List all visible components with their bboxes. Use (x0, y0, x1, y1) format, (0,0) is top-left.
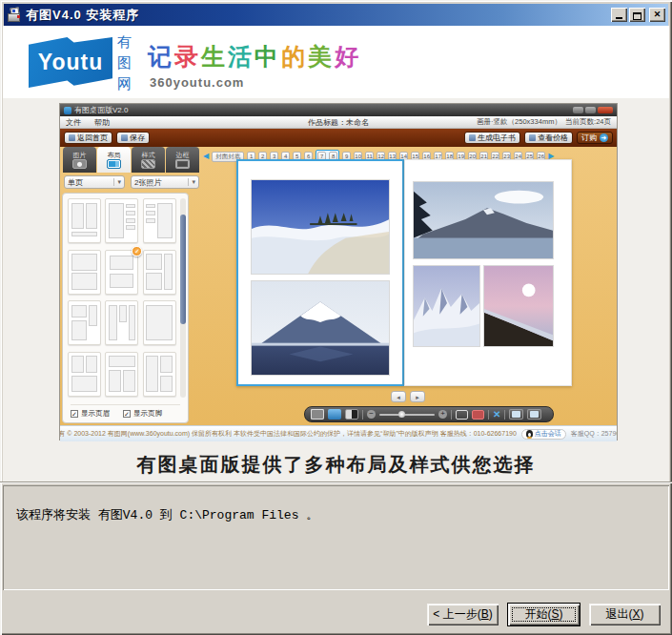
tab-layout: 布局 (97, 147, 131, 173)
camera-icon (72, 159, 87, 169)
feature-caption: 有图桌面版提供了多种布局及样式供您选择 (3, 452, 669, 478)
slogan-char: 好 (335, 43, 361, 70)
save-button: 保存 (116, 132, 150, 144)
layout-thumb (143, 352, 176, 397)
strip-left-arrow-icon: ◀ (203, 152, 209, 161)
youtu-app-icon (64, 107, 71, 114)
zoom-out-icon: − (367, 410, 376, 419)
sidebar-tabs: 图片 布局 样式 边框 (63, 147, 199, 173)
view-toolbar: − + ✕ (304, 406, 554, 422)
layout-thumb (105, 300, 138, 345)
photo-tool-icon (509, 409, 523, 420)
exit-button[interactable]: 退出(X) (589, 604, 661, 625)
show-footer-checkbox: ✓显示页脚 (123, 409, 162, 419)
checkbox-icon: ✓ (71, 410, 78, 418)
screenshot-title-bar: 有图桌面版V2.0 (60, 104, 617, 116)
show-header-checkbox: ✓显示页眉 (71, 409, 110, 419)
photo-add-icon (527, 409, 541, 420)
qq-number-text: 客服QQ：2579629763 (571, 429, 617, 439)
bleed-area-icon (472, 410, 484, 420)
menu-help: 帮助 (94, 117, 110, 128)
back-button[interactable]: < 上一步(B) (427, 604, 499, 625)
logo-vertical-char: 图 (117, 52, 132, 72)
book-spread (236, 159, 572, 386)
close-button[interactable]: ✕ (649, 8, 665, 22)
panel-display-options: ✓显示页眉 ✓显示页脚 (71, 404, 180, 419)
home-button: 返回首页 (64, 132, 112, 144)
order-button: 订购➜ (577, 132, 613, 144)
tab-style: 样式 (132, 147, 165, 173)
content-area: Youtu 有图网 记录生活中的美好 360youtu.com 有图桌面版V2.… (3, 26, 669, 481)
slogan-char: 记 (148, 43, 174, 70)
image-view-icon (328, 409, 341, 420)
maximize-icon (633, 12, 641, 20)
border-icon (175, 159, 190, 169)
start-button[interactable]: 开始(S) (508, 604, 580, 625)
logo-vertical-char: 有 (117, 31, 132, 51)
installer-window: 有图V4.0 安装程序 ✕ Youtu 有图网 记录生活中的美好 360yout… (0, 0, 672, 635)
slogan-char: 的 (281, 43, 308, 70)
photo-sea-mountain (413, 181, 554, 259)
layout-thumb (68, 352, 101, 397)
zoom-slider (379, 414, 435, 416)
layout-icon (107, 159, 121, 169)
slogan-char: 美 (308, 43, 335, 70)
button-row: < 上一步(B) 开始(S) 退出(X) (0, 604, 672, 625)
close-icon: ✕ (654, 9, 662, 21)
right-page (404, 159, 572, 386)
menu-file: 文件 (66, 117, 81, 128)
install-message-panel: 该程序将安装 有图V4.0 到 C:\Program Files 。 (3, 485, 669, 590)
screenshot-toolbar: 返回首页 保存 生成电子书 查看价格 订购➜ (60, 129, 617, 147)
qq-chat-button: 点击会话 (521, 429, 566, 440)
window-title: 有图V4.0 安装程序 (26, 7, 139, 24)
split-view-icon (345, 409, 358, 420)
brand-band: Youtu 有图网 记录生活中的美好 360youtu.com (3, 26, 669, 98)
layout-thumb: ✓ (105, 250, 138, 295)
home-icon (69, 134, 75, 141)
page-outline-icon (456, 410, 468, 420)
ebook-icon (469, 134, 476, 141)
fit-view-icon: ✕ (493, 409, 500, 420)
app-minimize-icon (573, 107, 583, 113)
prev-spread-icon: ◂ (391, 391, 406, 402)
install-message: 该程序将安装 有图V4.0 到 C:\Program Files 。 (16, 506, 318, 523)
qq-penguin-icon (526, 430, 533, 438)
caret-down-icon: ▾ (113, 178, 121, 186)
photo-snow-slope (251, 179, 390, 275)
logo-word: Youtu (38, 50, 103, 75)
slogan-char: 中 (255, 43, 281, 70)
style-icon (141, 159, 155, 169)
editor-canvas: 图片 布局 样式 边框 ◀ 封面封底 123456789101112131415… (60, 147, 617, 425)
save-icon (121, 134, 128, 141)
slogan-text: 记录生活中的美好 (148, 41, 361, 72)
format-and-pages-info: 画册·竖款（250x334mm） 当前页数:24页 (477, 117, 611, 127)
logo-vertical-char: 网 (117, 73, 132, 93)
youtu-logo: Youtu (29, 36, 112, 88)
slogan-char: 生 (201, 43, 228, 70)
app-maximize-icon (585, 107, 596, 113)
selected-layout-check-icon: ✓ (132, 246, 142, 256)
app-window-title: 有图桌面版V2.0 (74, 105, 128, 115)
layout-thumb (143, 300, 176, 345)
photo-count-select: 2张照片▾ (131, 175, 199, 189)
tab-pictures: 图片 (63, 147, 96, 173)
minimize-icon (616, 17, 622, 19)
logo-vertical-text: 有图网 (117, 31, 132, 93)
divider (0, 481, 672, 483)
zoom-in-icon: + (438, 410, 447, 419)
layout-thumbnails: ✓ (66, 196, 178, 399)
screenshot-menu-bar: 文件 帮助 作品标题：未命名 画册·竖款（250x334mm） 当前页数:24页 (60, 116, 617, 129)
next-spread-icon: ▸ (410, 391, 425, 402)
layout-thumb (143, 250, 176, 295)
tab-border: 边框 (166, 147, 199, 173)
layout-thumb (143, 198, 176, 243)
zoom-slider-handle (398, 411, 405, 418)
maximize-button[interactable] (629, 8, 645, 22)
layout-thumb (105, 352, 138, 397)
setup-icon (7, 8, 22, 23)
photo-moon-dusk (483, 265, 554, 347)
minimize-button[interactable] (611, 8, 627, 22)
title-bar: 有图V4.0 安装程序 ✕ (4, 4, 668, 26)
site-url: 360youtu.com (150, 75, 244, 90)
layouts-panel: ✓ ✓显示页眉 ✓显示页脚 (62, 193, 189, 423)
